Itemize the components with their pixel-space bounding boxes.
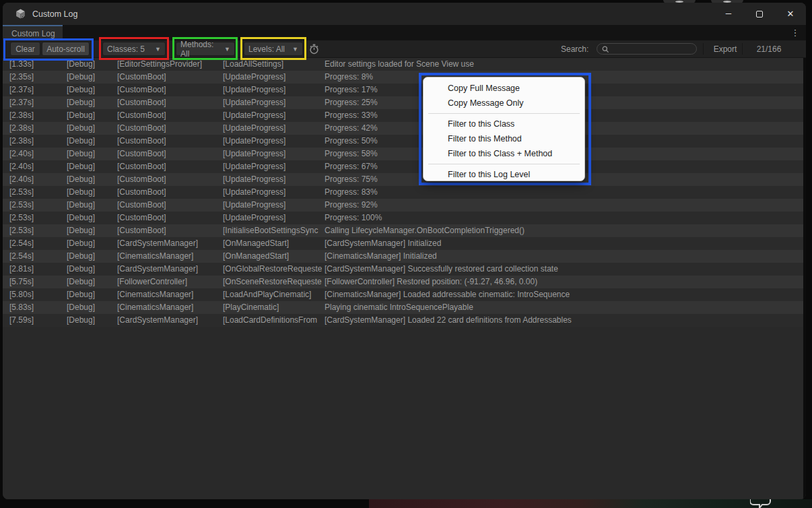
search-input[interactable] <box>597 43 697 55</box>
log-row[interactable]: [2.40s][Debug][CustomBoot][UpdateProgres… <box>3 148 803 160</box>
context-menu: Copy Full MessageCopy Message OnlyFilter… <box>423 77 585 181</box>
log-cell-level: [Debug] <box>67 71 116 84</box>
log-cell-class: [CustomBoot] <box>117 71 222 84</box>
log-cell-method: [UpdateProgress] <box>223 96 322 109</box>
log-cell-message: [FollowerController] Restored position: … <box>325 276 801 288</box>
log-cell-level: [Debug] <box>67 109 116 122</box>
log-row[interactable]: [2.54s][Debug][CardSystemManager][OnMana… <box>3 237 803 250</box>
log-row[interactable]: [2.38s][Debug][CustomBoot][UpdateProgres… <box>3 135 803 148</box>
close-button[interactable]: ✕ <box>775 3 806 25</box>
desktop: Custom Log – ✕ Custom Log ⋮ Clear Auto-s… <box>0 0 812 508</box>
log-cell-time: [2.81s] <box>9 263 66 276</box>
levels-dropdown[interactable]: Levels: All ▼ <box>244 42 303 56</box>
log-cell-method: [UpdateProgress] <box>223 71 322 84</box>
clear-button-label: Clear <box>15 44 35 54</box>
log-cell-method: [UpdateProgress] <box>223 212 322 224</box>
unity-cube-icon <box>15 8 26 20</box>
context-menu-item[interactable]: Filter to this Class <box>424 117 584 131</box>
log-cell-level: [Debug] <box>67 276 116 288</box>
log-cell-level: [Debug] <box>67 173 116 186</box>
log-cell-class: [EditorSettingsProvider] <box>117 58 222 71</box>
log-row[interactable]: [2.53s][Debug][CustomBoot][UpdateProgres… <box>3 199 803 212</box>
log-row[interactable]: [2.81s][Debug][CardSystemManager][OnGlob… <box>3 263 803 276</box>
log-row[interactable]: [2.53s][Debug][CustomBoot][UpdateProgres… <box>3 186 803 199</box>
log-cell-class: [CustomBoot] <box>117 122 222 135</box>
log-row[interactable]: [2.40s][Debug][CustomBoot][UpdateProgres… <box>3 173 803 186</box>
log-cell-class: [CustomBoot] <box>117 173 222 186</box>
log-cell-time: [2.37s] <box>9 96 66 109</box>
log-row[interactable]: [2.53s][Debug][CustomBoot][UpdateProgres… <box>3 212 803 224</box>
log-cell-time: [5.80s] <box>9 288 66 301</box>
log-row[interactable]: [2.53s][Debug][CustomBoot][InitialiseBoo… <box>3 224 803 237</box>
log-row[interactable]: [2.38s][Debug][CustomBoot][UpdateProgres… <box>3 122 803 135</box>
search-icon <box>602 46 609 53</box>
log-cell-method: [UpdateProgress] <box>223 160 322 173</box>
log-cell-class: [CinematicsManager] <box>117 250 222 263</box>
log-cell-level: [Debug] <box>67 212 116 224</box>
background-scene-strip <box>369 499 812 508</box>
tab-custom-log[interactable]: Custom Log <box>3 25 63 40</box>
log-cell-time: [2.40s] <box>9 160 66 173</box>
log-cell-level: [Debug] <box>67 314 116 327</box>
methods-dropdown-label: Methods: All <box>180 40 220 59</box>
log-row[interactable]: [2.35s][Debug][CustomBoot][UpdateProgres… <box>3 71 803 84</box>
minimize-button[interactable]: – <box>713 3 744 25</box>
log-cell-class: [CustomBoot] <box>117 96 222 109</box>
maximize-button[interactable] <box>744 3 775 25</box>
log-cell-time: [2.37s] <box>9 84 66 96</box>
stopwatch-icon[interactable] <box>309 44 319 55</box>
log-cell-level: [Debug] <box>67 135 116 148</box>
log-cell-class: [FollowerController] <box>117 276 222 288</box>
log-row[interactable]: [2.37s][Debug][CustomBoot][UpdateProgres… <box>3 96 803 109</box>
log-cell-time: [2.38s] <box>9 109 66 122</box>
log-cell-level: [Debug] <box>67 122 116 135</box>
log-cell-message: [CinematicsManager] Initialized <box>325 250 801 263</box>
log-list[interactable]: [1.33s][Debug][EditorSettingsProvider][L… <box>3 58 803 499</box>
log-row[interactable]: [5.75s][Debug][FollowerController][OnSce… <box>3 276 803 288</box>
log-cell-level: [Debug] <box>67 250 116 263</box>
log-cell-message: [CardSystemManager] Loaded 22 card defin… <box>325 314 801 327</box>
log-row[interactable]: [2.37s][Debug][CustomBoot][UpdateProgres… <box>3 84 803 96</box>
kebab-menu-button[interactable]: ⋮ <box>790 25 801 40</box>
log-row[interactable]: [1.33s][Debug][EditorSettingsProvider][L… <box>3 58 803 71</box>
log-row[interactable]: [2.40s][Debug][CustomBoot][UpdateProgres… <box>3 160 803 173</box>
context-menu-item[interactable]: Copy Message Only <box>424 96 584 110</box>
log-cell-method: [UpdateProgress] <box>223 186 322 199</box>
classes-dropdown[interactable]: Classes: 5 ▼ <box>102 42 166 56</box>
scrollbar-gutter[interactable] <box>803 58 806 499</box>
log-row[interactable]: [7.59s][Debug][CardSystemManager][LoadCa… <box>3 314 803 327</box>
log-row[interactable]: [5.80s][Debug][CinematicsManager][LoadAn… <box>3 288 803 301</box>
log-cell-time: [2.38s] <box>9 122 66 135</box>
log-cell-time: [2.53s] <box>9 199 66 212</box>
clear-button[interactable]: Clear <box>10 42 40 56</box>
log-cell-message: [CardSystemManager] Initialized <box>325 237 801 250</box>
log-row[interactable]: [2.54s][Debug][CinematicsManager][OnMana… <box>3 250 803 263</box>
minimize-icon: – <box>726 7 731 18</box>
log-cell-message: Calling LifecycleManager.OnBootCompletio… <box>325 224 801 237</box>
log-row[interactable]: [2.38s][Debug][CustomBoot][UpdateProgres… <box>3 109 803 122</box>
context-menu-item[interactable]: Filter to this Class + Method <box>424 146 584 161</box>
log-cell-level: [Debug] <box>67 301 116 314</box>
log-cell-method: [UpdateProgress] <box>223 199 322 212</box>
methods-dropdown[interactable]: Methods: All ▼ <box>176 42 235 56</box>
context-menu-item[interactable]: Copy Full Message <box>424 81 584 96</box>
export-button[interactable]: Export <box>709 42 741 56</box>
levels-dropdown-label: Levels: All <box>248 44 285 54</box>
toolbar: Clear Auto-scroll Classes: 5 ▼ Methods: … <box>3 40 806 58</box>
log-cell-method: [OnSceneRestoreRequeste <box>223 276 322 288</box>
log-cell-method: [UpdateProgress] <box>223 148 322 160</box>
context-menu-item[interactable]: Filter to this Log Level <box>424 167 584 181</box>
log-cell-class: [CardSystemManager] <box>117 263 222 276</box>
log-cell-level: [Debug] <box>67 288 116 301</box>
log-cell-class: [CardSystemManager] <box>117 314 222 327</box>
autoscroll-button[interactable]: Auto-scroll <box>42 42 90 56</box>
log-cell-level: [Debug] <box>67 186 116 199</box>
log-cell-method: [OnManagedStart] <box>223 250 322 263</box>
log-cell-level: [Debug] <box>67 237 116 250</box>
log-cell-time: [2.35s] <box>9 71 66 84</box>
log-cell-method: [UpdateProgress] <box>223 84 322 96</box>
context-menu-item[interactable]: Filter to this Method <box>424 131 584 146</box>
log-row[interactable]: [5.83s][Debug][CinematicsManager][PlayCi… <box>3 301 803 314</box>
log-cell-message: Editor settings loaded for Scene View us… <box>325 58 801 71</box>
log-cell-time: [2.53s] <box>9 224 66 237</box>
